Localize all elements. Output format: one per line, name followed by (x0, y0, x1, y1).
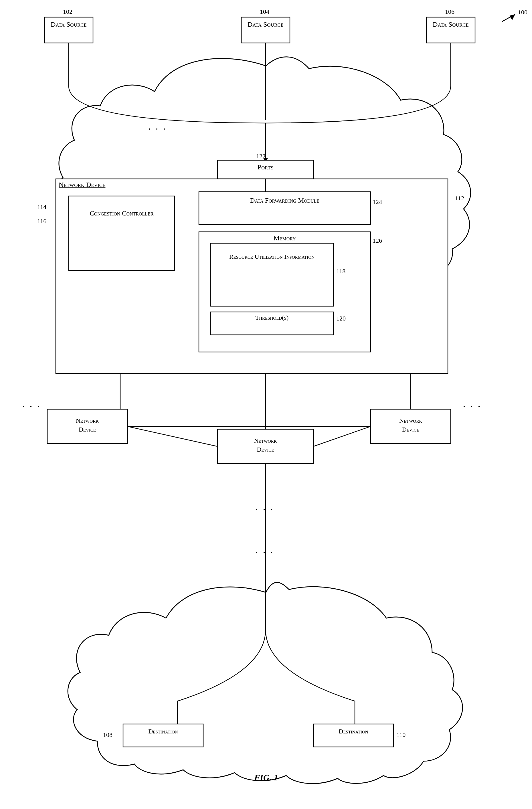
svg-rect-10 (69, 196, 175, 271)
svg-rect-29 (123, 724, 203, 747)
svg-rect-21 (218, 429, 313, 464)
svg-line-22 (127, 426, 218, 446)
svg-rect-0 (44, 17, 93, 43)
svg-rect-1 (241, 17, 290, 43)
svg-rect-13 (210, 243, 333, 306)
svg-rect-20 (371, 409, 451, 444)
svg-rect-30 (313, 724, 394, 747)
svg-rect-14 (210, 312, 333, 335)
svg-rect-19 (47, 409, 127, 444)
svg-rect-2 (426, 17, 475, 43)
diagram-container: 100 Data Source 102 Data Source 104 Data… (0, 0, 532, 809)
svg-line-23 (313, 426, 371, 446)
svg-rect-11 (199, 192, 371, 225)
svg-rect-8 (218, 160, 313, 179)
